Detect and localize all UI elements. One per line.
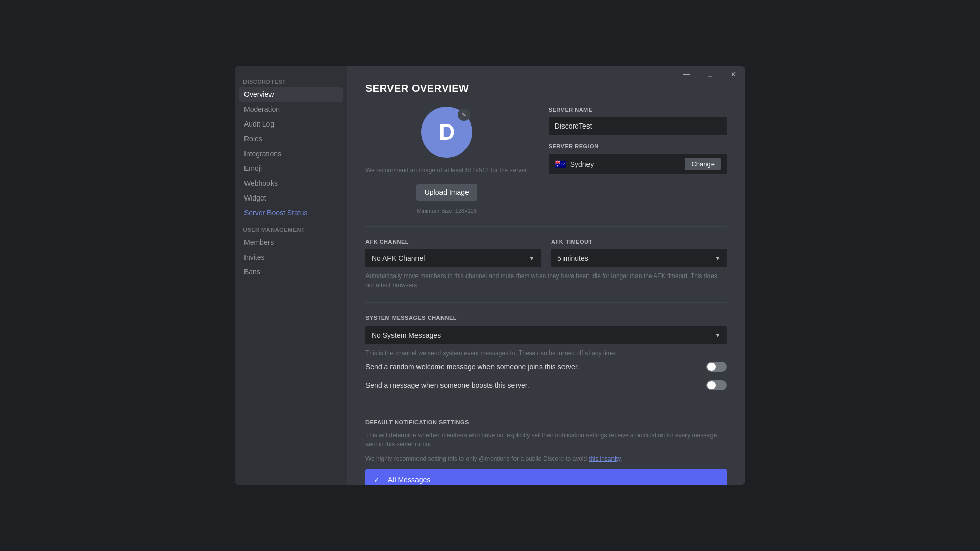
- notif-link-suffix: .: [620, 455, 622, 462]
- server-name-label: SERVER NAME: [549, 107, 727, 113]
- close-button[interactable]: ✕: [722, 66, 745, 83]
- welcome-toggle[interactable]: [706, 362, 727, 372]
- divider-2: [365, 302, 727, 303]
- sidebar-item-members[interactable]: Members: [239, 235, 343, 249]
- toggle-welcome-label: Send a random welcome message when someo…: [365, 363, 579, 371]
- sidebar-label-roles: Roles: [244, 135, 262, 143]
- sidebar-item-moderation[interactable]: Moderation: [239, 102, 343, 116]
- maximize-button[interactable]: □: [698, 66, 722, 83]
- system-messages-helper: This is the channel we send system event…: [365, 348, 727, 358]
- afk-section: AFK CHANNEL No AFK Channel ▼ AFK TIMEOUT…: [365, 239, 727, 267]
- sidebar-label-integrations: Integrations: [244, 149, 281, 158]
- afk-channel-field: AFK CHANNEL No AFK Channel ▼: [365, 239, 541, 267]
- server-icon-section: D ✎ We recommend an image of at least 51…: [365, 107, 528, 214]
- region-flag: 🇦🇺: [555, 159, 566, 170]
- afk-timeout-label: AFK TIMEOUT: [551, 239, 727, 245]
- afk-helper-text: Automatically move members to this chann…: [365, 271, 727, 290]
- server-icon-hint: We recommend an image of at least 512x51…: [365, 162, 528, 175]
- region-name: Sydney: [570, 160, 594, 168]
- upload-image-button[interactable]: Upload Image: [416, 184, 477, 201]
- notif-recommend-text: We highly recommend setting this to only…: [365, 455, 589, 462]
- top-section: D ✎ We recommend an image of at least 51…: [365, 107, 727, 214]
- server-icon-wrapper[interactable]: D ✎: [421, 107, 472, 158]
- notif-option-all-messages[interactable]: ✓ All Messages: [365, 469, 727, 485]
- divider-3: [365, 407, 727, 407]
- server-name-input[interactable]: [549, 117, 727, 135]
- min-size-label: Minimum Size: 128x128: [417, 208, 477, 214]
- region-info: 🇦🇺 Sydney: [555, 159, 594, 170]
- toggle-boost-row: Send a message when someone boosts this …: [365, 376, 727, 394]
- server-region-label: SERVER REGION: [549, 143, 727, 149]
- afk-timeout-select-wrapper: 5 minutes ▼: [551, 249, 727, 267]
- system-messages-select-wrapper: No System Messages ▼: [365, 326, 727, 344]
- afk-timeout-select[interactable]: 5 minutes: [551, 249, 727, 267]
- edit-icon: ✎: [462, 112, 467, 118]
- check-icon: ✓: [374, 475, 382, 484]
- sidebar-item-roles[interactable]: Roles: [239, 132, 343, 146]
- default-notif-helper: This will determine whether members who …: [365, 431, 727, 449]
- change-region-button[interactable]: Change: [685, 158, 721, 170]
- sidebar-item-webhooks[interactable]: Webhooks: [239, 176, 343, 190]
- notif-all-messages-label: All Messages: [388, 475, 430, 484]
- sidebar-item-audit-log[interactable]: Audit Log: [239, 117, 343, 131]
- sidebar-label-bans: Bans: [244, 268, 260, 276]
- afk-channel-select-wrapper: No AFK Channel ▼: [365, 249, 541, 267]
- minimize-button[interactable]: —: [675, 66, 698, 83]
- system-messages-label: SYSTEM MESSAGES CHANNEL: [365, 315, 727, 321]
- server-info-section: SERVER NAME SERVER REGION 🇦🇺 Sydney Chan…: [549, 107, 727, 174]
- server-icon-letter: D: [438, 119, 455, 145]
- notif-recommend: We highly recommend setting this to only…: [365, 454, 727, 463]
- sidebar-label-moderation: Moderation: [244, 105, 280, 113]
- page-title: SERVER OVERVIEW: [365, 83, 727, 94]
- sidebar: DISCORDTEST Overview Moderation Audit Lo…: [235, 66, 347, 485]
- sidebar-label-widget: Widget: [244, 194, 266, 202]
- user-management-label: USER MANAGEMENT: [239, 220, 343, 235]
- afk-channel-label: AFK CHANNEL: [365, 239, 541, 245]
- toggle-welcome-row: Send a random welcome message when someo…: [365, 358, 727, 376]
- sidebar-server-name: DISCORDTEST: [239, 74, 343, 87]
- sidebar-label-invites: Invites: [244, 253, 264, 261]
- sidebar-label-webhooks: Webhooks: [244, 179, 278, 187]
- titlebar: — □ ✕: [675, 66, 745, 83]
- system-messages-select[interactable]: No System Messages: [365, 326, 727, 344]
- region-selector: 🇦🇺 Sydney Change: [549, 154, 727, 174]
- sidebar-item-bans[interactable]: Bans: [239, 265, 343, 279]
- sidebar-item-invites[interactable]: Invites: [239, 250, 343, 264]
- boost-toggle[interactable]: [706, 380, 727, 390]
- afk-channel-select[interactable]: No AFK Channel: [365, 249, 541, 267]
- sidebar-label-server-boost: Server Boost Status: [244, 209, 308, 217]
- sidebar-item-server-boost[interactable]: Server Boost Status: [239, 206, 343, 220]
- sidebar-label-emoji: Emoji: [244, 164, 262, 172]
- sidebar-item-emoji[interactable]: Emoji: [239, 161, 343, 176]
- this-insanity-link[interactable]: this insanity: [589, 455, 621, 462]
- settings-window: — □ ✕ DISCORDTEST Overview Moderation Au…: [235, 66, 745, 485]
- sidebar-label-audit-log: Audit Log: [244, 120, 274, 128]
- sidebar-label-overview: Overview: [244, 90, 274, 98]
- divider-1: [365, 226, 727, 227]
- afk-timeout-field: AFK TIMEOUT 5 minutes ▼: [551, 239, 727, 267]
- main-content: SERVER OVERVIEW D ✎ We recommend an imag…: [347, 66, 745, 485]
- notification-options: ✓ All Messages Only @mentions: [365, 469, 727, 485]
- sidebar-item-integrations[interactable]: Integrations: [239, 146, 343, 161]
- default-notif-label: DEFAULT NOTIFICATION SETTINGS: [365, 419, 727, 425]
- sidebar-item-overview[interactable]: Overview: [239, 87, 343, 102]
- sidebar-item-widget[interactable]: Widget: [239, 191, 343, 205]
- toggle-boost-label: Send a message when someone boosts this …: [365, 381, 529, 389]
- sidebar-label-members: Members: [244, 238, 274, 246]
